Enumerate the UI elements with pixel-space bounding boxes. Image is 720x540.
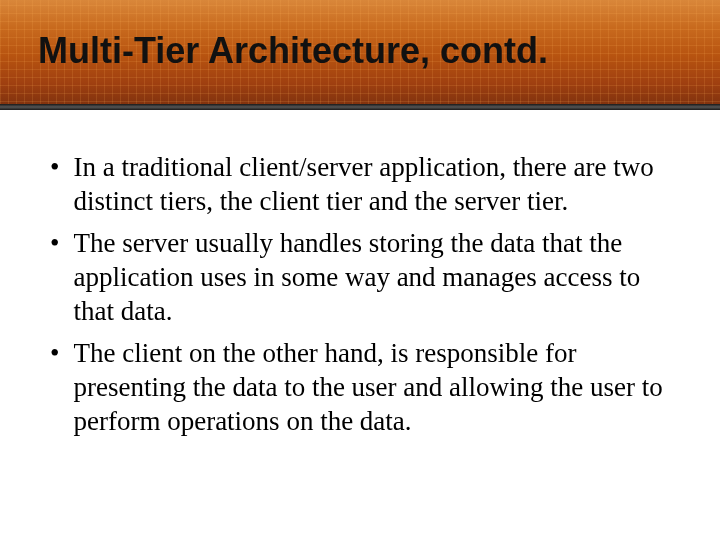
header-band: Multi-Tier Architecture, contd.	[0, 0, 720, 110]
bullet-marker-icon: •	[50, 226, 59, 260]
bullet-text: The server usually handles storing the d…	[73, 226, 670, 328]
slide-content: • In a traditional client/server applica…	[0, 110, 720, 540]
bullet-marker-icon: •	[50, 336, 59, 370]
slide-title: Multi-Tier Architecture, contd.	[38, 30, 548, 72]
bullet-marker-icon: •	[50, 150, 59, 184]
list-item: • The client on the other hand, is respo…	[50, 336, 670, 438]
list-item: • In a traditional client/server applica…	[50, 150, 670, 218]
bullet-text: The client on the other hand, is respons…	[73, 336, 670, 438]
slide-container: Multi-Tier Architecture, contd. • In a t…	[0, 0, 720, 540]
bullet-list: • In a traditional client/server applica…	[50, 150, 670, 438]
list-item: • The server usually handles storing the…	[50, 226, 670, 328]
bullet-text: In a traditional client/server applicati…	[73, 150, 670, 218]
